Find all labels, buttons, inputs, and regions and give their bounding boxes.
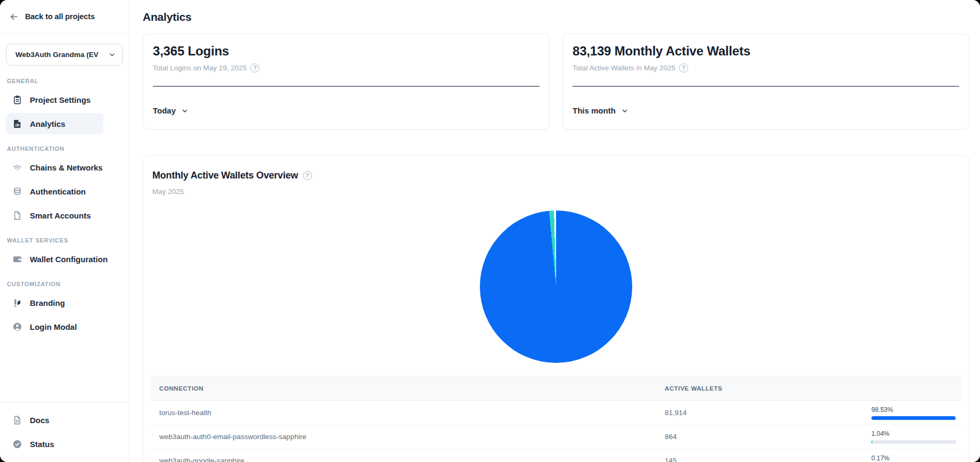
sidebar-item-label: Login Modal (30, 322, 77, 331)
progress-bar-fill (871, 416, 956, 420)
overview-title-text: Monthly Active Wallets Overview (152, 169, 298, 181)
monthly-active-wallets-stat-card: 83,139 Monthly Active Wallets Total Acti… (562, 34, 969, 129)
active-wallets-value: 145 (664, 457, 871, 462)
stat-cards-row: 3,365 Logins Total Logins on May 19, 202… (143, 34, 969, 129)
progress-bar (871, 416, 957, 420)
column-header-active-wallets: ACTIVE WALLETS (664, 385, 871, 392)
connection-name: torus-test-health (151, 409, 664, 417)
logins-range-dropdown[interactable]: Today (153, 106, 188, 115)
sidebar-item-label: Smart Accounts (30, 211, 91, 220)
sidebar-item-project-settings[interactable]: Project Settings (6, 89, 103, 110)
sidebar-item-label: Project Settings (30, 95, 91, 104)
back-label: Back to all projects (25, 12, 95, 21)
share-cell: 98.53% (871, 405, 961, 420)
range-label: This month (573, 106, 616, 115)
sidebar-item-label: Analytics (30, 119, 66, 128)
page-title: Analytics (143, 10, 969, 25)
chevron-down-icon (622, 108, 628, 114)
section-label-authentication: AUTHENTICATION (7, 145, 102, 152)
share-cell: 0.17% (871, 453, 961, 462)
sidebar-item-authentication[interactable]: Authentication (6, 181, 103, 202)
overview-title: Monthly Active Wallets Overview ? (152, 169, 960, 181)
share-cell: 1.04% (871, 429, 961, 444)
percent-label: 1.04% (871, 431, 961, 437)
logins-subtitle: Total Logins on May 19, 2025 ? (153, 63, 540, 72)
monthly-active-wallets-overview-card: Monthly Active Wallets Overview ? May 20… (143, 155, 969, 462)
section-label-general: GENERAL (7, 78, 102, 84)
progress-bar-fill (871, 440, 872, 444)
percent-label: 0.17% (871, 455, 961, 462)
clipboard-icon (12, 95, 22, 105)
sidebar-item-status[interactable]: Status (6, 433, 103, 455)
connection-name: web3auth-google-sapphire (151, 457, 664, 462)
wifi-icon (12, 163, 22, 173)
active-wallets-value: 864 (664, 433, 871, 441)
chevron-down-icon (182, 108, 188, 114)
maw-range-dropdown[interactable]: This month (573, 106, 628, 115)
column-header-connection: CONNECTION (151, 385, 664, 392)
user-circle-icon (12, 322, 22, 332)
mau-pie-chart (480, 210, 632, 363)
document-icon (12, 210, 22, 221)
sidebar-item-wallet-configuration[interactable]: Wallet Configuration (6, 248, 103, 270)
project-selector[interactable]: Web3Auth Grandma (EV (6, 44, 123, 66)
wallet-icon (12, 254, 22, 264)
active-wallets-value: 81,914 (664, 409, 871, 417)
sidebar-footer: Docs Status (0, 402, 129, 462)
table-row: web3auth-google-sapphire 145 0.17% (151, 449, 961, 462)
logins-headline: 3,365 Logins (153, 43, 540, 60)
overview-header: Monthly Active Wallets Overview ? May 20… (143, 169, 969, 196)
document-icon (12, 415, 22, 425)
help-icon[interactable]: ? (303, 171, 312, 180)
sidebar-nav: GENERAL Project Settings Analytics AUTHE… (0, 66, 129, 340)
sidebar-item-smart-accounts[interactable]: Smart Accounts (6, 205, 103, 226)
table-row: torus-test-health 81,914 98.53% (151, 401, 961, 425)
sidebar-item-chains-networks[interactable]: Chains & Networks (6, 157, 103, 178)
logins-subtitle-text: Total Logins on May 19, 2025 (153, 64, 247, 72)
connection-name: web3auth-auth0-email-passwordless-sapphi… (151, 433, 664, 441)
range-label: Today (153, 106, 176, 115)
logins-stat-card: 3,365 Logins Total Logins on May 19, 202… (143, 34, 550, 129)
percent-label: 98.53% (871, 407, 961, 414)
progress-bar (871, 440, 957, 444)
help-icon[interactable]: ? (250, 63, 259, 72)
sidebar-item-label: Authentication (30, 187, 86, 196)
card-divider (153, 86, 540, 87)
sidebar-item-login-modal[interactable]: Login Modal (6, 316, 103, 337)
branding-brush-icon (12, 298, 22, 308)
arrow-left-icon (9, 12, 19, 22)
back-to-projects-button[interactable]: Back to all projects (0, 0, 129, 34)
overview-subtitle: May 2025 (152, 188, 960, 196)
help-icon[interactable]: ? (679, 63, 688, 72)
database-icon (12, 187, 22, 197)
sidebar-item-analytics[interactable]: Analytics (6, 113, 103, 134)
card-divider (573, 86, 959, 87)
table-row: web3auth-auth0-email-passwordless-sapphi… (151, 425, 961, 449)
sidebar-item-label: Wallet Configuration (30, 255, 108, 264)
connections-table: CONNECTION ACTIVE WALLETS torus-test-hea… (151, 376, 961, 462)
sidebar-item-branding[interactable]: Branding (6, 292, 103, 313)
sidebar: Back to all projects Web3Auth Grandma (E… (0, 0, 129, 462)
maw-subtitle: Total Active Wallets in May 2025 ? (573, 63, 959, 72)
project-selector-value: Web3Auth Grandma (EV (15, 51, 99, 59)
sidebar-item-label: Status (30, 440, 54, 449)
bar-chart-doc-icon (12, 119, 22, 129)
check-circle-icon (12, 439, 22, 449)
app-window: Back to all projects Web3Auth Grandma (E… (0, 0, 980, 462)
chevron-down-icon (109, 51, 116, 58)
section-label-customization: CUSTOMIZATION (7, 281, 102, 287)
sidebar-item-label: Docs (30, 416, 50, 425)
main-content: Analytics 3,365 Logins Total Logins on M… (129, 0, 980, 462)
section-label-wallet-services: WALLET SERVICES (7, 237, 102, 244)
maw-headline: 83,139 Monthly Active Wallets (573, 43, 959, 60)
table-header-row: CONNECTION ACTIVE WALLETS (151, 376, 961, 401)
sidebar-item-label: Branding (30, 298, 65, 307)
maw-subtitle-text: Total Active Wallets in May 2025 (573, 64, 675, 72)
sidebar-item-docs[interactable]: Docs (6, 409, 103, 431)
sidebar-item-label: Chains & Networks (30, 163, 103, 172)
